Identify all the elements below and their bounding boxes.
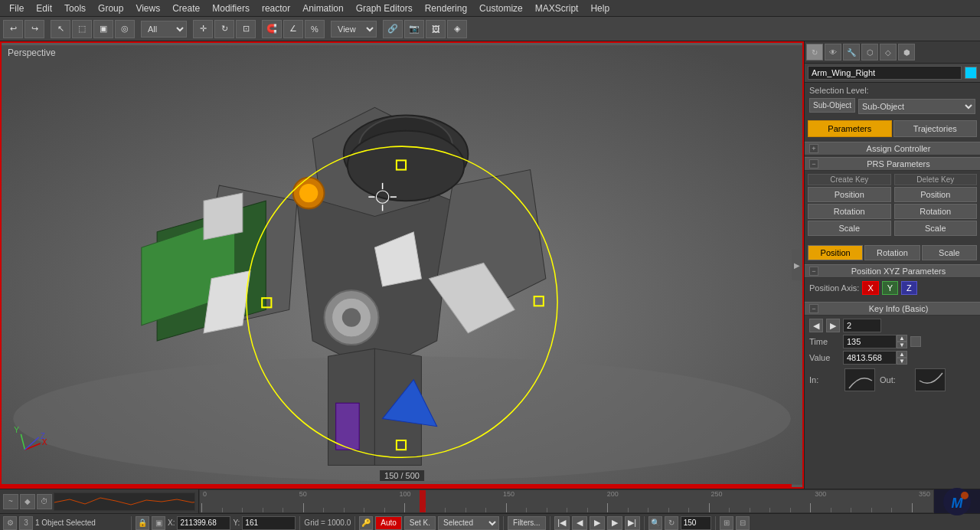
go-start-btn[interactable]: |◀	[554, 516, 570, 530]
timeline-scrubber[interactable]: 0 50 100 150 200 250 300 350	[199, 489, 934, 513]
tl-key-mode-btn[interactable]: ◆	[20, 494, 35, 509]
create-key-position[interactable]: Position	[808, 187, 891, 202]
menu-create[interactable]: Create	[166, 2, 206, 15]
3d-snap-btn[interactable]: 3	[19, 516, 33, 530]
axis-z-btn[interactable]: Z	[901, 281, 917, 295]
view-dropdown[interactable]: View	[331, 21, 377, 38]
viewport-nav-right[interactable]: ▶	[792, 250, 802, 280]
move-button[interactable]: ✛	[193, 20, 213, 38]
redo-button[interactable]: ↪	[24, 20, 44, 38]
menu-maxscript[interactable]: MAXScript	[529, 2, 585, 15]
tab-trajectories[interactable]: Trajectories	[893, 120, 978, 137]
time-spin-down[interactable]: ▼	[897, 342, 907, 348]
menu-help[interactable]: Help	[584, 2, 616, 15]
percent-snap[interactable]: %	[305, 20, 325, 38]
value-spin-up[interactable]: ▲	[897, 351, 907, 358]
create-key-scale[interactable]: Scale	[808, 221, 891, 236]
next-frame-btn[interactable]: ▶	[607, 516, 622, 530]
create-panel-btn[interactable]: ⬢	[898, 44, 915, 61]
value-input[interactable]	[843, 351, 897, 365]
menu-file[interactable]: File	[3, 2, 30, 15]
delete-key-position[interactable]: Position	[894, 187, 978, 202]
prs-params-toggle[interactable]: −	[809, 159, 818, 168]
object-name-input[interactable]	[808, 66, 962, 80]
menu-tools[interactable]: Tools	[58, 2, 92, 15]
go-end-btn[interactable]: ▶|	[625, 516, 640, 530]
prev-key-btn[interactable]: ◀	[809, 319, 823, 332]
y-coord-input[interactable]	[242, 516, 296, 530]
mini-curve-editor[interactable]	[54, 492, 195, 511]
key-icon-btn[interactable]: 🔑	[359, 516, 373, 530]
link-button[interactable]: 🔗	[383, 20, 403, 38]
select-button[interactable]: ↖	[51, 20, 70, 38]
value-spin-down[interactable]: ▼	[897, 358, 907, 365]
tl-time-cfg-btn[interactable]: ⏱	[37, 494, 52, 509]
auto-key-btn[interactable]: Auto	[375, 516, 402, 530]
create-key-rotation[interactable]: Rotation	[808, 204, 891, 219]
axis-x-btn[interactable]: X	[862, 281, 878, 295]
x-coord-input[interactable]	[177, 516, 230, 530]
delete-key-scale[interactable]: Scale	[894, 221, 978, 236]
menu-group[interactable]: Group	[92, 2, 129, 15]
delete-key-rotation[interactable]: Rotation	[894, 204, 978, 219]
menu-animation[interactable]: Animation	[296, 2, 349, 15]
modify-panel-btn[interactable]: ◇	[880, 44, 897, 61]
angle-snap[interactable]: ∠	[283, 20, 303, 38]
viewport[interactable]: Perspective	[0, 41, 804, 489]
select-region-button[interactable]: ⬚	[72, 20, 92, 38]
key-filters-btn[interactable]: ⚙	[3, 516, 17, 530]
snap-toggle[interactable]: 🧲	[262, 20, 282, 38]
undo-button[interactable]: ↩	[3, 20, 23, 38]
rotate-button[interactable]: ↻	[214, 20, 234, 38]
play-btn[interactable]: ▶	[590, 516, 605, 530]
viewport-lock-btn[interactable]: ▣	[152, 516, 165, 530]
key-info-toggle[interactable]: −	[809, 304, 818, 313]
sel-level-dropdown[interactable]: Sub-Object	[858, 99, 975, 114]
prs-tab-position[interactable]: Position	[808, 245, 863, 260]
prs-params-header[interactable]: − PRS Parameters	[805, 157, 980, 171]
menu-customize[interactable]: Customize	[473, 2, 529, 15]
motion-panel-btn[interactable]: ↻	[806, 44, 823, 61]
lock-btn[interactable]: 🔒	[136, 516, 149, 530]
tl-mini-curve-btn[interactable]: ~	[3, 494, 18, 509]
select-crossing-button[interactable]: ◎	[115, 20, 135, 38]
prev-frame-btn[interactable]: ◀	[572, 516, 587, 530]
xyz-params-header[interactable]: − Position XYZ Parameters	[805, 264, 980, 278]
frame-input[interactable]	[681, 516, 711, 530]
xyz-params-toggle[interactable]: −	[809, 267, 818, 276]
filter-dropdown[interactable]: All	[141, 21, 187, 38]
axis-y-btn[interactable]: Y	[882, 281, 898, 295]
zoom-time-btn[interactable]: ⊞	[720, 516, 733, 530]
set-key-btn[interactable]: Set K.	[404, 516, 436, 530]
select-window-button[interactable]: ▣	[93, 20, 113, 38]
utilities-panel-btn[interactable]: 🔧	[843, 44, 860, 61]
scale-button[interactable]: ⊡	[236, 20, 256, 38]
time-input[interactable]	[843, 335, 897, 348]
render-button[interactable]: 🖼	[426, 20, 446, 38]
time-spin-up[interactable]: ▲	[897, 335, 907, 342]
key-info-header[interactable]: − Key Info (Basic)	[805, 302, 980, 316]
key-number-input[interactable]	[843, 319, 881, 332]
next-key-btn[interactable]: ▶	[826, 319, 840, 332]
prs-tab-rotation[interactable]: Rotation	[864, 245, 920, 260]
assign-controller-header[interactable]: + Assign Controller	[805, 142, 980, 155]
selected-dropdown[interactable]: Selected	[438, 516, 499, 530]
loop-btn[interactable]: ↻	[665, 516, 678, 530]
prs-tab-scale[interactable]: Scale	[922, 245, 977, 260]
time-lock-btn[interactable]	[910, 336, 921, 347]
tab-parameters[interactable]: Parameters	[808, 120, 892, 137]
menu-rendering[interactable]: Rendering	[419, 2, 473, 15]
menu-graph-editors[interactable]: Graph Editors	[350, 2, 419, 15]
search-btn[interactable]: 🔍	[648, 516, 662, 530]
display-panel-btn[interactable]: 👁	[825, 44, 841, 61]
material-button[interactable]: ◈	[447, 20, 467, 38]
menu-reactor[interactable]: reactor	[256, 2, 296, 15]
menu-edit[interactable]: Edit	[30, 2, 58, 15]
camera-button[interactable]: 📷	[404, 20, 424, 38]
object-color-swatch[interactable]	[965, 67, 977, 79]
filters-btn[interactable]: Filters...	[508, 516, 546, 530]
hierarchy-panel-btn[interactable]: ⬡	[861, 44, 878, 61]
menu-modifiers[interactable]: Modifiers	[206, 2, 256, 15]
menu-views[interactable]: Views	[129, 2, 166, 15]
zoom-extent-btn[interactable]: ⊟	[736, 516, 750, 530]
